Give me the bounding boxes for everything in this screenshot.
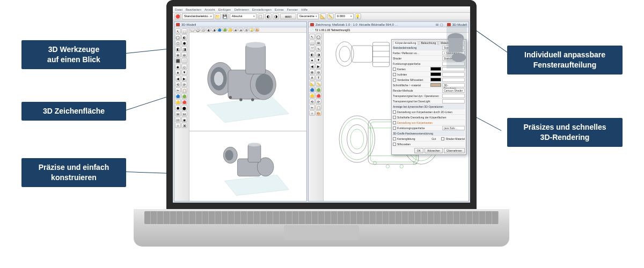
vtool-icon[interactable]: 〰	[309, 46, 315, 51]
swatch-icon[interactable]	[430, 83, 441, 87]
vtool-icon[interactable]: 🔴	[316, 93, 321, 98]
panel-ctrl-icon[interactable]: ▢	[440, 23, 443, 26]
menu-einfuegen[interactable]: Einfügen	[218, 8, 231, 11]
3d-viewport-exploded[interactable]	[189, 131, 306, 201]
vtool-icon[interactable]: ⊡	[175, 117, 181, 122]
vtool-icon[interactable]: 🔴	[181, 99, 187, 105]
vtool-icon[interactable]: ⬚	[181, 28, 187, 34]
vtool-icon[interactable]: ⬚	[309, 40, 315, 45]
vtool-icon[interactable]: ◉	[181, 117, 187, 122]
vtool-icon[interactable]: 📋	[181, 87, 187, 93]
checkbox[interactable]	[393, 110, 396, 114]
vtool-icon[interactable]: ⌘	[181, 123, 187, 128]
tool-icon[interactable]: ⬚	[258, 13, 264, 19]
checkbox[interactable]	[393, 68, 396, 71]
menu-einstellungen[interactable]: Einstellungen	[252, 8, 272, 11]
selection-mode-select[interactable]: Standardselektio…	[182, 13, 214, 19]
swatch-icon[interactable]	[430, 67, 441, 71]
tool-icon[interactable]: ⊞⊟⊡	[280, 13, 296, 19]
vp-tool-icon[interactable]: ⊕	[233, 28, 238, 32]
vtool-icon[interactable]: 🟢	[181, 93, 187, 99]
checkbox[interactable]	[393, 143, 396, 146]
menu-definieren[interactable]: Definieren	[234, 8, 248, 11]
panel-header-drawing[interactable]: Zeichnung Maßstab 1.0 : 1.0 Aktuelle Bil…	[309, 22, 469, 27]
vtool-icon[interactable]: ⬛	[175, 58, 181, 63]
vtool-icon[interactable]: ◑	[316, 51, 321, 57]
vtool-icon[interactable]: ⬢	[181, 40, 187, 46]
checkbox[interactable]	[393, 116, 396, 119]
vp-tool-icon[interactable]: 💡	[249, 28, 254, 32]
vtool-icon[interactable]: ⊕	[309, 69, 315, 75]
vtool-icon[interactable]: ▼	[316, 57, 321, 63]
val-select[interactable]: (aus Solv…	[442, 126, 465, 130]
vp-tool-icon[interactable]: ⊖	[238, 28, 243, 32]
tool-icon[interactable]: ◑	[273, 13, 279, 19]
checkbox[interactable]	[393, 137, 396, 140]
vtool-icon[interactable]: ◀	[175, 76, 181, 81]
vtool-icon[interactable]: ⊞	[316, 40, 321, 45]
vtool-icon[interactable]: 📐	[309, 81, 315, 86]
vtool-icon[interactable]: ⟳	[181, 81, 187, 87]
render-select[interactable]: Cartoon Shader	[442, 88, 465, 93]
vtool-icon[interactable]: ↖	[309, 34, 315, 39]
vp-tool-icon[interactable]: ⟲	[244, 28, 248, 32]
checkbox[interactable]	[393, 121, 396, 124]
geometry-select[interactable]: Geometrie	[297, 13, 319, 19]
val-select[interactable]: 3D-Freudegra…	[442, 83, 465, 87]
vp-tool-icon[interactable]: ◑	[211, 28, 216, 32]
vp-tool-icon[interactable]: ⬚	[190, 28, 195, 32]
vp-tool-icon[interactable]: ◐	[206, 28, 211, 32]
vtool-icon[interactable]: ◯	[316, 34, 321, 39]
slider-input[interactable]	[442, 94, 465, 98]
cancel-button[interactable]: Abbrechen	[425, 148, 443, 153]
vtool-icon[interactable]: ⬜	[181, 58, 187, 63]
tool-icon[interactable]: 💾	[222, 13, 229, 19]
vtool-icon[interactable]: ◇	[181, 64, 187, 69]
vtool-icon[interactable]: ◨	[181, 46, 187, 51]
vp-tool-icon[interactable]: ⬡	[201, 28, 206, 32]
vtool-icon[interactable]: ◆	[175, 64, 181, 69]
slider-input[interactable]	[442, 99, 465, 103]
tool-icon[interactable]: 🔴	[174, 13, 181, 19]
vtool-icon[interactable]: ⟳	[316, 99, 321, 104]
vtool-icon[interactable]: ◧	[175, 46, 181, 51]
vtool-icon[interactable]: ◯	[175, 34, 181, 40]
menu-extras[interactable]: Extras	[275, 8, 284, 11]
vtool-icon[interactable]: ⊖	[316, 69, 321, 75]
menu-hilfe[interactable]: Hilfe	[301, 8, 308, 11]
tool-icon[interactable]: 📁	[215, 13, 221, 19]
vp-tool-icon[interactable]: 🔵	[217, 28, 222, 32]
checkbox[interactable]	[393, 126, 396, 130]
vtool-icon[interactable]: 📋	[316, 105, 321, 110]
vtool-icon[interactable]: 🟡	[309, 93, 315, 98]
tool-icon[interactable]: 📐	[320, 13, 326, 19]
vtool-icon[interactable]: ⟲	[175, 81, 181, 87]
3d-viewport-shaded[interactable]	[189, 33, 306, 131]
vtool-icon[interactable]: ⊞	[175, 111, 181, 116]
val-select[interactable]	[442, 78, 465, 82]
tool-icon[interactable]: 📏	[327, 13, 334, 19]
vtool-icon[interactable]: ⌂	[175, 123, 181, 128]
vtool-icon[interactable]: ✂	[175, 87, 181, 93]
vtool-icon[interactable]: ⊖	[181, 52, 187, 57]
ok-button[interactable]: OK	[414, 148, 423, 153]
vtool-icon[interactable]: 🎨	[316, 110, 321, 116]
coord-mode-select[interactable]: Absolut	[230, 13, 257, 19]
vp-tool-icon[interactable]: 🟢	[222, 28, 227, 32]
vtool-icon[interactable]: ▲	[175, 70, 181, 75]
menu-datei[interactable]: Datei	[175, 8, 182, 11]
menu-ansicht[interactable]: Ansicht	[204, 8, 215, 11]
tool-icon[interactable]: 💡	[355, 13, 361, 19]
swatch-icon[interactable]	[430, 78, 441, 81]
val-select[interactable]	[442, 72, 465, 77]
vtool-icon[interactable]: ↖	[175, 28, 181, 34]
checkbox[interactable]	[441, 137, 444, 140]
vp-tool-icon[interactable]: 🟡	[228, 28, 232, 32]
vtool-icon[interactable]: 🔵	[309, 87, 315, 92]
vtool-icon[interactable]: ⊕	[175, 52, 181, 57]
vtool-icon[interactable]: ▶	[181, 76, 187, 81]
panel-header-3d[interactable]: 3D-Modell	[174, 22, 306, 27]
checkbox[interactable]	[393, 73, 396, 76]
swatch-icon[interactable]	[430, 72, 441, 76]
vtool-icon[interactable]: ▼	[181, 70, 187, 75]
